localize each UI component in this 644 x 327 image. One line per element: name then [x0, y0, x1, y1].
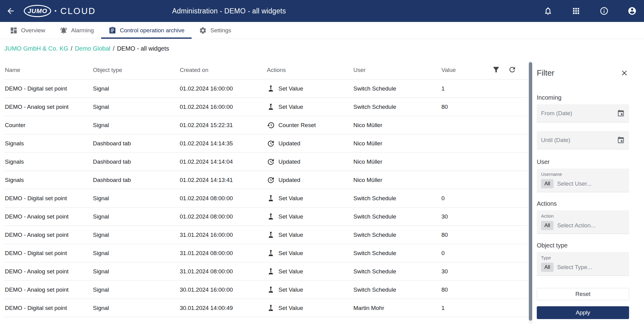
- user-all-chip[interactable]: All: [541, 179, 554, 188]
- tab-label: Settings: [210, 27, 231, 34]
- notifications-button[interactable]: [542, 5, 554, 17]
- account-button[interactable]: [626, 5, 639, 17]
- cell-created-on: 31.01.2024 08:00:00: [180, 268, 267, 275]
- action-label: Counter Reset: [278, 122, 316, 129]
- action-type-icon: [267, 213, 275, 221]
- cell-created-on: 01.02.2024 14:14:35: [180, 140, 267, 147]
- cell-action: Set Value: [267, 268, 353, 275]
- cell-user: Nico Müller: [353, 140, 441, 147]
- type-all-chip[interactable]: All: [541, 263, 554, 272]
- action-label: Set Value: [278, 232, 303, 238]
- cell-created-on: 01.02.2024 14:13:41: [180, 177, 267, 183]
- cell-user: Nico Müller: [353, 122, 441, 129]
- cell-value: 30: [441, 268, 529, 275]
- cell-action: Set Value: [267, 213, 353, 221]
- settings-gear-icon: [199, 27, 207, 34]
- cell-created-on: 30.01.2024 16:00:00: [180, 286, 267, 293]
- tab-overview[interactable]: Overview: [2, 22, 52, 39]
- from-date-field[interactable]: From (Date): [537, 104, 629, 123]
- calendar-icon[interactable]: [617, 109, 625, 117]
- cell-object-type: Signal: [93, 122, 180, 129]
- tab-control-operation-archive[interactable]: Control operation archive: [101, 22, 192, 39]
- table-scrollbar[interactable]: [529, 61, 533, 324]
- cell-name: DEMO - Digital set point: [5, 305, 93, 311]
- info-icon: [600, 6, 609, 16]
- set-value-icon: [267, 249, 275, 257]
- cell-action: Set Value: [267, 85, 353, 93]
- column-header-object-type: Object type: [93, 67, 180, 73]
- action-all-chip[interactable]: All: [541, 221, 554, 230]
- calendar-icon[interactable]: [617, 136, 625, 144]
- filter-close-button[interactable]: [619, 68, 629, 78]
- table-row: DEMO - Analog set point Signal 01.02.202…: [4, 98, 529, 116]
- table-refresh-button[interactable]: [508, 66, 516, 75]
- action-type-icon: [267, 231, 275, 239]
- filter-funnel-icon: [492, 66, 500, 74]
- table-filter-button[interactable]: [492, 66, 500, 75]
- table-row: DEMO - Digital set point Signal 01.02.20…: [4, 80, 529, 98]
- cell-object-type: Signal: [93, 104, 180, 110]
- apply-button[interactable]: Apply: [537, 306, 629, 319]
- set-value-icon: [267, 268, 275, 275]
- action-type-icon: [267, 85, 275, 93]
- action-label: Set Value: [278, 213, 303, 220]
- breadcrumb: JUMO GmbH & Co. KG / Demo Global / DEMO …: [4, 45, 644, 52]
- updated-icon: [267, 176, 275, 184]
- object-type-section-label: Object type: [537, 241, 629, 250]
- cell-value: 80: [441, 286, 529, 293]
- cell-user: Switch Schedule: [353, 104, 441, 110]
- type-select-field[interactable]: Type All Select Type...: [537, 252, 629, 276]
- tab-label: Alarming: [71, 27, 94, 34]
- cell-user: Switch Schedule: [353, 250, 441, 257]
- table-row: DEMO - Analog set point Signal 30.01.202…: [4, 281, 529, 299]
- table-row: DEMO - Analog set point Signal 01.02.202…: [4, 208, 529, 226]
- breadcrumb-group-link[interactable]: Demo Global: [75, 45, 111, 52]
- operation-archive-table: Name Object type Created on Actions User…: [4, 61, 533, 319]
- cell-action: Set Value: [267, 103, 353, 111]
- cell-user: Switch Schedule: [353, 268, 441, 275]
- back-button[interactable]: [4, 5, 17, 17]
- cell-created-on: 30.01.2024 14:00:49: [180, 305, 267, 311]
- reset-button[interactable]: Reset: [537, 288, 629, 300]
- action-label: Updated: [278, 140, 300, 147]
- from-date-placeholder: From (Date): [541, 110, 572, 117]
- action-label: Set Value: [278, 268, 303, 275]
- breadcrumb-separator: /: [113, 45, 115, 52]
- cell-object-type: Signal: [93, 305, 180, 311]
- cell-action: Set Value: [267, 231, 353, 239]
- tab-alarming[interactable]: Alarming: [52, 22, 101, 39]
- table-header-row: Name Object type Created on Actions User…: [4, 61, 529, 80]
- cell-user: Switch Schedule: [353, 213, 441, 220]
- cell-name: DEMO - Analog set point: [5, 286, 93, 293]
- cell-name: DEMO - Digital set point: [5, 85, 93, 92]
- until-date-field[interactable]: Until (Date): [537, 131, 629, 149]
- set-value-icon: [267, 85, 275, 93]
- action-type-icon: [267, 103, 275, 111]
- action-label: Set Value: [278, 85, 303, 92]
- alarm-bell-icon: [60, 27, 68, 34]
- user-select-placeholder: Select User...: [557, 180, 592, 187]
- cell-name: Counter: [5, 122, 93, 129]
- user-section-label: User: [537, 158, 629, 166]
- user-select-field[interactable]: Username All Select User...: [537, 169, 629, 192]
- until-date-placeholder: Until (Date): [541, 137, 570, 144]
- set-value-icon: [267, 213, 275, 221]
- action-label: Set Value: [278, 104, 303, 110]
- info-button[interactable]: [598, 5, 610, 17]
- cell-object-type: Signal: [93, 213, 180, 220]
- apps-grid-icon: [571, 6, 581, 16]
- action-type-icon: [267, 286, 275, 294]
- table-row: DEMO - Digital set point Signal 30.01.20…: [4, 299, 529, 317]
- action-type-icon: [267, 249, 275, 257]
- tab-settings[interactable]: Settings: [192, 22, 239, 39]
- cell-name: DEMO - Digital set point: [5, 250, 93, 257]
- action-select-field[interactable]: Action All Select Action...: [537, 210, 629, 234]
- cell-action: Set Value: [267, 304, 353, 312]
- action-select-placeholder: Select Action...: [557, 222, 596, 229]
- cell-object-type: Dashboard tab: [93, 140, 180, 147]
- table-scrollbar-thumb[interactable]: [529, 62, 532, 321]
- breadcrumb-company-link[interactable]: JUMO GmbH & Co. KG: [4, 45, 68, 52]
- tab-bar: Overview Alarming Control operation arch…: [0, 22, 644, 39]
- apps-button[interactable]: [570, 5, 582, 17]
- set-value-icon: [267, 231, 275, 239]
